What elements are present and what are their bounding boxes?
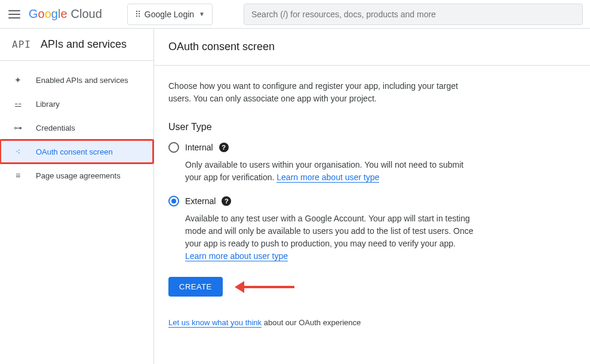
page-title: OAuth consent screen [168,41,576,53]
project-name: Google Login [145,10,194,19]
sidebar-item-label: OAuth consent screen [36,147,113,156]
sidebar-item-label: Library [36,100,60,109]
sidebar-item-label: Enabled APIs and services [36,76,128,85]
consent-icon: ⁖ [12,146,24,158]
chevron-down-icon: ▼ [199,11,205,17]
learn-more-external-link[interactable]: Learn more about user type [185,251,288,261]
sidebar-header: API APIs and services [0,29,153,61]
api-icon: API [12,39,31,50]
create-button[interactable]: CREATE [168,277,223,297]
intro-text: Choose how you want to configure and reg… [168,80,474,105]
agreements-icon: ≡ [12,169,24,181]
library-icon: ⚍ [12,98,24,110]
google-cloud-logo[interactable]: Google Cloud [29,7,102,21]
radio-external[interactable] [168,196,179,206]
sidebar-item-credentials[interactable]: ⊶ Credentials [0,116,153,140]
radio-internal[interactable] [168,142,179,153]
feedback-link[interactable]: Let us know what you think [168,318,262,328]
feedback-text: Let us know what you think about our OAu… [168,318,474,327]
radio-external-label: External [185,196,216,206]
key-icon: ⊶ [12,122,24,134]
sidebar-item-label: Page usage agreements [36,171,121,180]
help-icon[interactable]: ? [219,143,229,152]
diamond-icon: ✦ [12,74,24,86]
annotation-arrow [235,281,294,293]
user-type-external: External ? Available to any test user wi… [168,196,474,263]
sidebar-item-enabled-apis[interactable]: ✦ Enabled APIs and services [0,68,153,92]
sidebar-item-label: Credentials [36,124,75,132]
main-panel: OAuth consent screen Choose how you want… [154,29,590,364]
external-description: Available to any test user with a Google… [185,212,474,263]
search-input[interactable] [244,4,583,25]
user-type-internal: Internal ? Only available to users withi… [168,142,474,184]
sidebar-item-page-usage[interactable]: ≡ Page usage agreements [0,164,153,187]
help-icon[interactable]: ? [222,196,231,206]
internal-description: Only available to users within your orga… [185,159,474,184]
project-icon: ⠿ [135,10,140,19]
menu-icon[interactable] [7,7,21,21]
user-type-heading: User Type [168,122,474,132]
sidebar-item-library[interactable]: ⚍ Library [0,92,153,116]
sidebar-title: APIs and services [41,38,127,51]
main-header: OAuth consent screen [154,29,590,66]
sidebar: API APIs and services ✦ Enabled APIs and… [0,29,154,364]
top-bar: Google Cloud ⠿ Google Login ▼ [0,0,590,29]
radio-internal-label: Internal [185,143,213,152]
sidebar-item-oauth-consent[interactable]: ⁖ OAuth consent screen [0,140,153,164]
project-picker[interactable]: ⠿ Google Login ▼ [127,4,213,25]
learn-more-internal-link[interactable]: Learn more about user type [276,172,379,183]
search-container [244,4,583,25]
